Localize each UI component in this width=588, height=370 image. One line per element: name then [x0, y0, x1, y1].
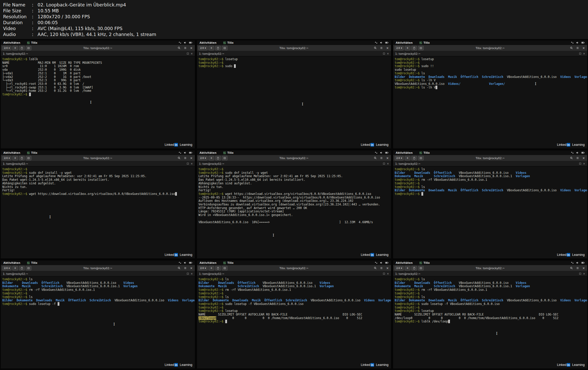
split-terminal-button[interactable]: [26, 46, 31, 50]
system-status-area[interactable]: [375, 261, 388, 264]
session-switcher-button[interactable]: 2/4 ▾: [198, 46, 207, 50]
menu-button[interactable]: [575, 156, 580, 160]
system-status-area[interactable]: [571, 151, 585, 154]
terminal-output[interactable]: tom@rocky02:~$ lsblkNAME MAJ:MIN RM SIZE…: [1, 56, 195, 148]
maximize-pane-icon[interactable]: [187, 273, 189, 275]
search-button[interactable]: [569, 266, 573, 270]
new-session-button[interactable]: +: [405, 266, 410, 270]
new-session-button[interactable]: +: [209, 266, 214, 270]
terminal-output[interactable]: tom@rocky02:~$ lsBilder Downloads Öffent…: [393, 166, 587, 258]
split-terminal-button[interactable]: [26, 156, 31, 160]
close-pane-icon[interactable]: ×: [191, 162, 193, 165]
terminal-output[interactable]: tom@rocky02:~$ lsBilder Downloads Öffent…: [197, 276, 391, 368]
activities-button[interactable]: Aktivitäten: [200, 151, 216, 154]
session-switcher-button[interactable]: 2/4 ▾: [395, 156, 404, 160]
focused-app-menu[interactable]: >_ Tilix: [419, 41, 430, 44]
maximize-pane-icon[interactable]: [579, 163, 581, 165]
activities-button[interactable]: Aktivitäten: [396, 261, 413, 264]
close-pane-icon[interactable]: ×: [583, 272, 585, 275]
focused-app-menu[interactable]: >_ Tilix: [223, 261, 234, 264]
menu-button[interactable]: [183, 266, 187, 270]
paste-button[interactable]: [215, 156, 221, 160]
close-window-button[interactable]: ×: [582, 156, 586, 160]
terminal-pane-header[interactable]: 1: tom@rocky02:~ ×: [1, 51, 195, 56]
close-window-button[interactable]: ×: [189, 266, 193, 270]
close-pane-icon[interactable]: ×: [191, 272, 193, 275]
terminal-output[interactable]: tom@rocky02:~$ tom@rocky02:~$ sudo dnf i…: [1, 166, 195, 258]
activities-button[interactable]: Aktivitäten: [3, 41, 20, 44]
session-switcher-button[interactable]: 2/4 ▾: [2, 266, 11, 270]
maximize-pane-icon[interactable]: [383, 273, 385, 275]
search-button[interactable]: [177, 266, 181, 270]
close-window-button[interactable]: ×: [582, 266, 586, 270]
close-pane-icon[interactable]: ×: [583, 52, 585, 55]
terminal-pane-header[interactable]: 1: tom@rocky02:~ ×: [393, 51, 587, 56]
focused-app-menu[interactable]: >_ Tilix: [27, 261, 38, 264]
maximize-pane-icon[interactable]: [383, 52, 385, 55]
close-pane-icon[interactable]: ×: [583, 162, 585, 165]
terminal-pane-header[interactable]: 1: tom@rocky02:~ ×: [393, 161, 587, 166]
close-window-button[interactable]: ×: [582, 46, 586, 50]
paste-button[interactable]: [19, 46, 25, 50]
terminal-output[interactable]: tom@rocky02:~$ lsBilder Downloads Öffent…: [1, 276, 195, 368]
paste-button[interactable]: [411, 266, 417, 270]
maximize-pane-icon[interactable]: [187, 163, 189, 165]
split-terminal-button[interactable]: [222, 156, 228, 160]
system-status-area[interactable]: [178, 41, 192, 44]
search-button[interactable]: [373, 266, 377, 270]
menu-button[interactable]: [379, 266, 383, 270]
terminal-pane-header[interactable]: 1: tom@rocky02:~ ×: [1, 161, 195, 166]
system-status-area[interactable]: [571, 41, 585, 44]
terminal-pane-header[interactable]: 1: tom@rocky02:~ ×: [393, 271, 587, 276]
activities-button[interactable]: Aktivitäten: [3, 151, 20, 154]
new-session-button[interactable]: +: [209, 46, 214, 50]
close-window-button[interactable]: ×: [385, 156, 390, 160]
session-switcher-button[interactable]: 2/4 ▾: [2, 156, 11, 160]
terminal-pane-header[interactable]: 1: tom@rocky02:~ ×: [197, 271, 391, 276]
paste-button[interactable]: [411, 156, 417, 160]
paste-button[interactable]: [411, 46, 417, 50]
session-switcher-button[interactable]: 2/4 ▾: [2, 46, 11, 50]
new-session-button[interactable]: +: [405, 156, 410, 160]
new-session-button[interactable]: +: [209, 156, 214, 160]
close-pane-icon[interactable]: ×: [387, 162, 389, 165]
system-status-area[interactable]: [178, 151, 192, 154]
search-button[interactable]: [569, 46, 573, 50]
menu-button[interactable]: [183, 156, 187, 160]
split-terminal-button[interactable]: [418, 266, 424, 270]
terminal-pane-header[interactable]: 1: tom@rocky02:~ ×: [1, 271, 195, 276]
paste-button[interactable]: [215, 46, 221, 50]
menu-button[interactable]: [575, 46, 580, 50]
menu-button[interactable]: [183, 46, 187, 50]
menu-button[interactable]: [379, 156, 383, 160]
terminal-output[interactable]: tom@rocky02:~$ losetuptom@rocky02:~$ tom…: [197, 56, 391, 148]
menu-button[interactable]: [379, 46, 383, 50]
activities-button[interactable]: Aktivitäten: [396, 151, 413, 154]
search-button[interactable]: [177, 156, 181, 160]
focused-app-menu[interactable]: >_ Tilix: [223, 151, 234, 154]
focused-app-menu[interactable]: >_ Tilix: [223, 41, 234, 44]
terminal-pane-header[interactable]: 1: tom@rocky02:~ ×: [197, 51, 391, 56]
session-switcher-button[interactable]: 2/4 ▾: [198, 266, 207, 270]
activities-button[interactable]: Aktivitäten: [3, 261, 20, 264]
focused-app-menu[interactable]: >_ Tilix: [27, 41, 38, 44]
paste-button[interactable]: [215, 266, 221, 270]
paste-button[interactable]: [19, 156, 25, 160]
split-terminal-button[interactable]: [222, 266, 228, 270]
focused-app-menu[interactable]: >_ Tilix: [27, 151, 38, 154]
close-window-button[interactable]: ×: [385, 266, 390, 270]
activities-button[interactable]: Aktivitäten: [200, 261, 216, 264]
maximize-pane-icon[interactable]: [579, 273, 581, 275]
paste-button[interactable]: [19, 266, 25, 270]
terminal-pane-header[interactable]: 1: tom@rocky02:~ ×: [197, 161, 391, 166]
search-button[interactable]: [177, 46, 181, 50]
close-window-button[interactable]: ×: [385, 46, 390, 50]
system-status-area[interactable]: [375, 41, 388, 44]
activities-button[interactable]: Aktivitäten: [396, 41, 413, 44]
split-terminal-button[interactable]: [222, 46, 228, 50]
session-switcher-button[interactable]: 2/4 ▾: [395, 46, 404, 50]
new-session-button[interactable]: +: [12, 156, 18, 160]
session-switcher-button[interactable]: 2/4 ▾: [395, 266, 404, 270]
new-session-button[interactable]: +: [405, 46, 410, 50]
search-button[interactable]: [373, 46, 377, 50]
